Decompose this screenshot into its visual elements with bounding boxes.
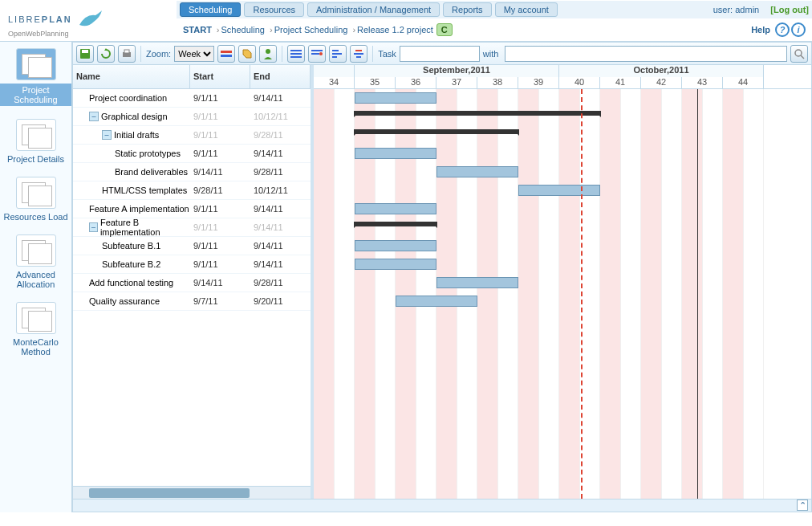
tab-resources[interactable]: Resources [244,2,304,17]
gantt-summary-bar[interactable] [355,129,518,134]
crumb-project[interactable]: Release 1.2 project [357,25,433,35]
gantt-summary-bar[interactable] [355,111,600,116]
tab-scheduling[interactable]: Scheduling [180,2,241,17]
task-start: 9/1/11 [190,241,250,251]
save-button[interactable] [76,45,94,63]
task-name: Quality assurance [89,296,160,306]
deadline-marker [697,89,698,499]
task-name: Initial drafts [114,130,159,140]
gantt-task-bar[interactable] [355,240,436,251]
task-row[interactable]: –Initial drafts9/1/119/28/11 [73,126,311,145]
align-left-button[interactable] [329,45,347,63]
tab-admin[interactable]: Administration / Management [307,2,440,17]
collapse-icon[interactable]: – [89,222,98,232]
refresh-button[interactable] [97,45,115,63]
task-end: 10/12/11 [250,112,311,121]
tab-reports[interactable]: Reports [443,2,492,17]
svg-rect-15 [332,56,337,58]
tree-hscroll[interactable] [73,486,311,499]
task-name: Subfeature B.2 [102,259,160,269]
gantt-task-bar[interactable] [396,296,477,307]
task-row[interactable]: Brand deliverables9/14/119/28/11 [73,163,311,181]
allocation-icon [16,234,56,267]
gantt-summary-bar[interactable] [355,222,436,226]
task-filter-input[interactable] [400,46,480,62]
task-row[interactable]: –Feature B implementation9/1/119/14/11 [73,218,311,237]
task-name: Brand deliverables [115,167,188,177]
week-header: 40 [559,77,600,89]
align-center-button[interactable] [350,45,367,63]
col-start[interactable]: Start [190,65,250,88]
gantt-task-bar[interactable] [518,185,600,196]
svg-rect-17 [354,53,363,55]
task-row[interactable]: Add functional testing9/14/119/28/11 [73,274,311,292]
project-code-badge[interactable]: C [436,23,453,36]
task-start: 9/7/11 [190,296,250,306]
task-start: 9/1/11 [190,93,250,103]
sidebar-item-label: MonteCarlo Method [0,337,71,357]
sidebar-item-advanced-allocation[interactable]: Advanced Allocation [0,234,71,289]
details-icon [16,119,56,151]
week-header: 43 [682,77,723,89]
task-name: Graphical design [101,112,168,121]
gantt-task-bar[interactable] [355,203,436,214]
task-row[interactable]: Static prototypes9/1/119/14/11 [73,145,311,163]
task-row[interactable]: Project coordination9/1/119/14/11 [73,89,311,108]
sidebar-item-resources-load[interactable]: Resources Load [0,177,71,222]
help-link[interactable]: Help [751,25,770,35]
svg-rect-13 [332,50,339,51]
task-row[interactable]: Feature A implementation9/1/119/14/11 [73,200,311,218]
col-end[interactable]: End [250,65,311,88]
collapse-icon[interactable]: – [89,112,99,121]
crumb-start[interactable]: START [183,25,212,35]
week-header: 42 [641,77,682,89]
sidebar-item-project-details[interactable]: Project Details [0,119,71,164]
sidebar-item-montecarlo[interactable]: MonteCarlo Method [0,302,71,357]
collapse-all-button[interactable] [308,45,326,63]
view-sidebar: Project Scheduling Project Details Resou… [0,42,72,512]
task-start: 9/1/11 [190,204,250,214]
search-button[interactable] [790,45,808,63]
logout-link[interactable]: [Log out] [770,5,809,14]
svg-rect-3 [124,50,129,53]
with-filter-input[interactable] [505,46,787,62]
task-row[interactable]: Subfeature B.19/1/119/14/11 [73,237,311,255]
svg-rect-8 [290,53,302,55]
month-header: October,2011 [559,65,764,77]
svg-rect-10 [311,50,323,51]
task-start: 9/1/11 [190,130,250,140]
help-icon[interactable]: ? [775,22,790,37]
info-icon[interactable]: i [791,22,806,37]
sidebar-item-project-scheduling[interactable]: Project Scheduling [0,48,71,106]
gantt-task-bar[interactable] [436,166,518,177]
task-row[interactable]: Subfeature B.29/1/119/14/11 [73,255,311,274]
task-name: HTML/CSS templates [102,186,187,195]
svg-point-12 [319,52,323,55]
gantt-task-bar[interactable] [355,259,436,270]
svg-rect-7 [290,50,302,51]
tag-button[interactable] [238,45,256,63]
task-start: 9/28/11 [190,186,250,195]
task-row[interactable]: –Graphical design9/1/1110/12/11 [73,108,311,126]
print-button[interactable] [118,45,136,63]
task-tree: Name Start End Project coordination9/1/1… [73,65,314,499]
expand-all-button[interactable] [287,45,305,63]
user-info: user: admin [713,5,760,14]
gantt-task-bar[interactable] [436,277,518,288]
gantt-task-bar[interactable] [355,92,436,104]
task-row[interactable]: Quality assurance9/7/119/20/11 [73,292,311,311]
collapse-panel-button[interactable]: ⌃ [797,499,808,511]
collapse-icon[interactable]: – [102,130,112,140]
critical-path-button[interactable] [217,45,235,63]
zoom-select[interactable]: Week [174,46,214,62]
col-name[interactable]: Name [73,65,190,88]
gantt-chart[interactable]: September,2011October,2011 3435363738394… [314,65,811,499]
task-end: 9/14/11 [250,204,311,214]
person-button[interactable] [259,45,277,63]
task-row[interactable]: HTML/CSS templates9/28/1110/12/11 [73,181,311,200]
crumb-scheduling[interactable]: Scheduling [221,25,265,35]
crumb-project-sched[interactable]: Project Scheduling [274,25,348,35]
tab-account[interactable]: My account [495,2,558,17]
svg-rect-18 [356,56,361,58]
gantt-task-bar[interactable] [355,148,436,159]
